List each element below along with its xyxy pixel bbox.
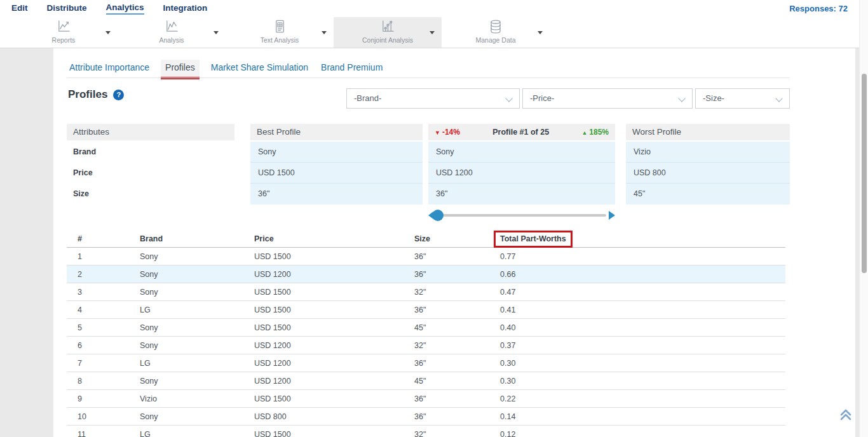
profiles-table: #BrandPriceSizeTotal Part-Worths 1SonyUS… [67, 231, 785, 437]
table-cell: 32" [414, 426, 426, 437]
help-icon[interactable]: ? [113, 90, 124, 100]
table-cell: 45" [414, 319, 426, 337]
table-row[interactable]: 8SonyUSD 120045"0.30 [67, 372, 785, 390]
table-cell: USD 1500 [254, 426, 291, 437]
tab-brand-premium[interactable]: Brand Premium [320, 60, 384, 79]
profile-slider[interactable] [428, 209, 615, 222]
attribute-label-price: Price [67, 163, 234, 184]
table-cell: 10 [78, 408, 86, 426]
top-nav-analytics[interactable]: Analytics [106, 3, 144, 15]
table-cell: USD 1200 [254, 266, 291, 283]
responses-count[interactable]: Responses: 72 [789, 4, 848, 13]
scrollbar-thumb[interactable] [862, 74, 867, 273]
sub-tabs: Attribute ImportanceProfilesMarket Share… [68, 60, 384, 79]
best-profile-panel: Best Profile SonyUSD 150036" [250, 124, 423, 205]
table-cell: Sony [140, 248, 158, 266]
table-cell: 36" [414, 390, 426, 408]
table-cell: Sony [140, 319, 158, 337]
conjoint-analysis-icon [343, 19, 432, 36]
toolbar-item-conjoint-analysis[interactable]: Conjoint Analysis [334, 17, 442, 48]
table-cell: 8 [78, 372, 82, 390]
tab-attribute-importance[interactable]: Attribute Importance [68, 60, 151, 79]
database-icon [451, 19, 540, 36]
toolbar-item-analysis[interactable]: Analysis [118, 17, 226, 48]
dropdown-caret-icon[interactable] [538, 31, 543, 34]
top-nav-distribute[interactable]: Distribute [47, 3, 87, 14]
dropdown-caret-icon[interactable] [322, 31, 327, 34]
slider-next-arrow-icon[interactable] [609, 211, 615, 220]
tab-profiles[interactable]: Profiles [161, 60, 200, 79]
back-to-top-button[interactable] [837, 407, 854, 423]
analysis-chart-icon [127, 19, 216, 36]
table-row[interactable]: 9VizioUSD 150036"0.22 [67, 390, 785, 408]
dropdown-selected-value: -Size- [703, 93, 724, 103]
table-cell: USD 1500 [254, 319, 291, 337]
toolbar-item-reports[interactable]: Reports [10, 17, 118, 48]
table-cell: LG [140, 354, 151, 372]
chevrons-up-icon [837, 407, 854, 423]
table-row[interactable]: 4LGUSD 150036"0.41 [67, 301, 785, 319]
table-row[interactable]: 7LGUSD 120036"0.30 [67, 354, 785, 372]
table-cell: 45" [414, 372, 426, 390]
table-row[interactable]: 1SonyUSD 150036"0.77 [67, 248, 785, 266]
column-header-[interactable]: # [78, 231, 82, 248]
column-header-total-part-worths[interactable]: Total Part-Worths [500, 231, 566, 248]
filter-dropdown-price[interactable]: -Price- [522, 88, 693, 109]
top-nav-integration[interactable]: Integration [163, 3, 208, 14]
dropdown-caret-icon[interactable] [214, 31, 219, 34]
table-cell: 0.14 [500, 408, 515, 426]
table-cell: Vizio [140, 390, 157, 408]
table-cell: Sony [140, 408, 158, 426]
table-cell: USD 800 [254, 408, 287, 426]
scrollbar-track[interactable] [859, 0, 868, 437]
top-nav-items: EditDistributeAnalyticsIntegration [11, 0, 207, 17]
table-cell: 0.66 [500, 266, 515, 283]
tab-market-share-simulation[interactable]: Market Share Simulation [210, 60, 309, 79]
table-cell: 7 [78, 354, 82, 372]
table-cell: USD 1200 [254, 337, 291, 354]
profile-value: Sony [428, 142, 615, 163]
slider-track[interactable] [436, 214, 606, 217]
table-cell: 36" [414, 354, 426, 372]
dropdown-caret-icon[interactable] [430, 31, 435, 34]
table-body: 1SonyUSD 150036"0.772SonyUSD 120036"0.66… [67, 248, 785, 437]
toolbar-item-label: Reports [19, 36, 108, 44]
table-cell: 0.47 [500, 283, 515, 301]
current-profile-header: ▼-14% Profile #1 of 25 ▲185% [428, 124, 615, 140]
triangle-down-icon: ▼ [435, 130, 440, 136]
table-cell: 0.40 [500, 319, 515, 337]
profile-value: Vizio [626, 142, 790, 163]
table-row[interactable]: 6SonyUSD 120032"0.37 [67, 337, 785, 354]
increase-value: 185% [589, 128, 609, 137]
table-cell: 3 [78, 283, 82, 301]
table-cell: LG [140, 301, 151, 319]
slider-handle[interactable] [432, 210, 444, 221]
toolbar-item-text-analysis[interactable]: Text Analysis [226, 17, 334, 48]
filter-dropdown-brand[interactable]: -Brand- [346, 88, 520, 109]
reports-chart-icon [19, 19, 108, 36]
current-profile-panel: ▼-14% Profile #1 of 25 ▲185% SonyUSD 120… [428, 124, 615, 205]
table-row[interactable]: 3SonyUSD 150032"0.47 [67, 283, 785, 301]
table-row[interactable]: 10SonyUSD 80036"0.14 [67, 408, 785, 426]
column-header-brand[interactable]: Brand [140, 231, 163, 248]
table-cell: 0.77 [500, 248, 515, 266]
triangle-up-icon: ▲ [581, 130, 587, 136]
toolbar-item-label: Analysis [127, 36, 216, 44]
table-cell: 1 [78, 248, 82, 266]
table-row[interactable]: 5SonyUSD 150045"0.40 [67, 319, 785, 337]
filter-dropdown-size[interactable]: -Size- [695, 88, 790, 109]
table-row[interactable]: 11LGUSD 150032"0.12 [67, 426, 785, 437]
table-cell: LG [140, 426, 151, 437]
table-row[interactable]: 2SonyUSD 120036"0.66 [67, 266, 785, 283]
dropdown-caret-icon[interactable] [105, 31, 111, 34]
column-header-price[interactable]: Price [254, 231, 274, 248]
worst-profile-panel: Worst Profile VizioUSD 80045" [626, 124, 790, 205]
top-nav-edit[interactable]: Edit [11, 3, 28, 14]
column-header-size[interactable]: Size [414, 231, 430, 248]
toolbar-item-label: Conjoint Analysis [343, 36, 432, 44]
profile-value: 45" [626, 184, 790, 205]
profile-value: USD 1500 [250, 163, 423, 184]
toolbar-item-manage-data[interactable]: Manage Data [442, 17, 550, 48]
profile-value: USD 1200 [428, 163, 615, 184]
worst-profile-header: Worst Profile [626, 124, 790, 140]
